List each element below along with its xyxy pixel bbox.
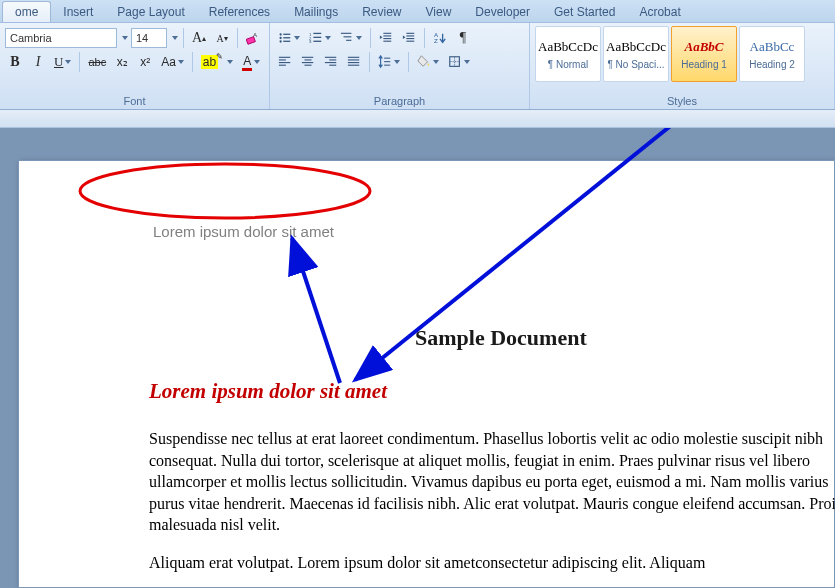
paint-bucket-icon	[417, 54, 431, 71]
group-label: Styles	[535, 95, 829, 109]
style-tile-heading-2[interactable]: AaBbCcHeading 2	[739, 26, 805, 82]
svg-rect-43	[384, 58, 390, 59]
multilevel-list-button[interactable]	[337, 28, 365, 48]
svg-rect-19	[383, 38, 391, 39]
numbering-icon: 123	[309, 31, 323, 45]
svg-rect-3	[283, 34, 290, 35]
group-styles: AaBbCcDc¶ NormalAaBbCcDc¶ No Spaci...AaB…	[530, 23, 835, 109]
style-sample: AaBbCc	[750, 39, 795, 55]
grow-font-button[interactable]: A▴	[189, 28, 209, 48]
chevron-down-icon	[433, 60, 439, 64]
underline-button[interactable]: U	[51, 52, 74, 72]
svg-text:A: A	[253, 31, 258, 38]
document-paragraph[interactable]: Suspendisse nec tellus at erat laoreet c…	[149, 428, 835, 536]
eraser-icon: A	[246, 31, 260, 45]
svg-rect-20	[383, 41, 391, 42]
svg-rect-33	[302, 62, 313, 63]
decrease-indent-button[interactable]	[376, 28, 396, 48]
align-left-icon	[278, 55, 292, 69]
chevron-down-icon	[394, 60, 400, 64]
svg-rect-34	[305, 65, 312, 66]
style-tile--normal[interactable]: AaBbCcDc¶ Normal	[535, 26, 601, 82]
numbering-button[interactable]: 123	[306, 28, 334, 48]
chevron-down-icon	[178, 60, 184, 64]
svg-rect-41	[348, 62, 359, 63]
strikethrough-button[interactable]: abc	[85, 52, 109, 72]
tab-references[interactable]: References	[197, 2, 282, 22]
document-heading-1[interactable]: Lorem ipsum dolor sit amet	[149, 379, 834, 404]
svg-rect-45	[384, 65, 390, 66]
svg-rect-42	[348, 65, 359, 66]
svg-rect-28	[279, 59, 286, 60]
style-sample: AaBbCcDc	[538, 39, 598, 55]
svg-rect-11	[313, 37, 321, 38]
svg-rect-18	[383, 35, 391, 36]
style-name: Heading 2	[749, 59, 795, 70]
svg-rect-37	[325, 62, 336, 63]
bullets-button[interactable]	[275, 28, 303, 48]
change-case-button[interactable]: Aa	[158, 52, 187, 72]
highlight-button[interactable]: ab✎	[198, 52, 236, 72]
tab-review[interactable]: Review	[350, 2, 413, 22]
align-right-button[interactable]	[321, 52, 341, 72]
tab-mailings[interactable]: Mailings	[282, 2, 350, 22]
increase-indent-button[interactable]	[399, 28, 419, 48]
svg-rect-24	[406, 41, 414, 42]
document-title[interactable]: Sample Document	[149, 325, 834, 351]
group-label: Paragraph	[275, 95, 524, 109]
style-tile-heading-1[interactable]: AaBbCHeading 1	[671, 26, 737, 82]
svg-rect-44	[384, 61, 390, 62]
workspace: Lorem ipsum dolor sit amet Sample Docume…	[0, 128, 835, 588]
document-paragraph[interactable]: Aliquam erat volutpat. Lorem ipsum dolor…	[149, 552, 835, 574]
bold-button[interactable]: B	[5, 52, 25, 72]
tab-developer[interactable]: Developer	[463, 2, 542, 22]
chevron-down-icon[interactable]	[122, 36, 128, 40]
svg-rect-5	[283, 37, 290, 38]
style-sample: AaBbC	[684, 39, 723, 55]
outdent-icon	[379, 31, 393, 45]
svg-rect-7	[283, 41, 290, 42]
ribbon-tabs: ome Insert Page Layout References Mailin…	[0, 0, 835, 22]
justify-button[interactable]	[344, 52, 364, 72]
superscript-button[interactable]: x²	[135, 52, 155, 72]
italic-button[interactable]: I	[28, 52, 48, 72]
indent-icon	[402, 31, 416, 45]
style-tile--no-spaci-[interactable]: AaBbCcDc¶ No Spaci...	[603, 26, 669, 82]
svg-rect-27	[279, 57, 290, 58]
font-color-button[interactable]: A	[239, 52, 263, 72]
sort-button[interactable]: AZ	[430, 28, 450, 48]
font-size-combo[interactable]	[131, 28, 167, 48]
svg-rect-23	[406, 38, 414, 39]
tab-home[interactable]: ome	[2, 1, 51, 22]
align-center-button[interactable]	[298, 52, 318, 72]
svg-rect-36	[329, 59, 336, 60]
document-page[interactable]: Lorem ipsum dolor sit amet Sample Docume…	[18, 160, 835, 588]
style-name: ¶ Normal	[548, 59, 588, 70]
line-spacing-button[interactable]	[375, 52, 403, 72]
svg-rect-35	[325, 57, 336, 58]
svg-rect-14	[341, 33, 352, 34]
clear-formatting-button[interactable]: A	[243, 28, 263, 48]
chevron-down-icon	[464, 60, 470, 64]
line-spacing-icon	[378, 55, 392, 69]
document-header[interactable]: Lorem ipsum dolor sit amet	[153, 223, 334, 240]
tab-insert[interactable]: Insert	[51, 2, 105, 22]
chevron-down-icon[interactable]	[172, 36, 178, 40]
tab-page-layout[interactable]: Page Layout	[105, 2, 196, 22]
tab-view[interactable]: View	[414, 2, 464, 22]
svg-rect-38	[329, 65, 336, 66]
font-name-combo[interactable]	[5, 28, 117, 48]
sort-icon: AZ	[433, 31, 447, 45]
tab-get-started[interactable]: Get Started	[542, 2, 627, 22]
show-hide-button[interactable]: ¶	[453, 28, 473, 48]
align-center-icon	[301, 55, 315, 69]
subscript-button[interactable]: x₂	[112, 52, 132, 72]
group-label: Font	[5, 95, 264, 109]
shrink-font-button[interactable]: A▾	[212, 28, 232, 48]
chevron-down-icon	[325, 36, 331, 40]
group-font: A▴ A▾ A B I U abc x₂ x² Aa ab✎ A Fo	[0, 23, 270, 109]
shading-button[interactable]	[414, 52, 442, 72]
tab-acrobat[interactable]: Acrobat	[627, 2, 692, 22]
align-left-button[interactable]	[275, 52, 295, 72]
borders-button[interactable]	[445, 52, 473, 72]
